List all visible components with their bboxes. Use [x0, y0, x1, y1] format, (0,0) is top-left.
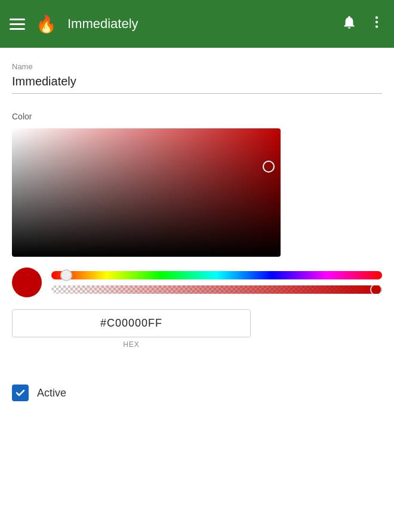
brand-logo-icon: 🔥 — [36, 14, 57, 34]
svg-point-1 — [375, 21, 378, 23]
sliders-row — [12, 267, 382, 297]
more-options-icon[interactable] — [369, 14, 384, 33]
name-value: Immediately — [12, 75, 382, 94]
notification-bell-icon[interactable] — [341, 14, 357, 33]
hex-sublabel: HEX — [12, 340, 251, 349]
alpha-slider-container — [51, 285, 382, 294]
name-field-container: Name Immediately — [12, 62, 382, 94]
name-label: Name — [12, 62, 382, 71]
color-picker-cursor — [263, 161, 275, 173]
hex-container: HEX — [12, 309, 251, 349]
sliders-column — [51, 271, 382, 294]
alpha-slider[interactable] — [51, 285, 382, 294]
svg-point-0 — [375, 16, 378, 19]
header-right — [341, 14, 384, 33]
app-title: Immediately — [67, 16, 138, 32]
app-header: 🔥 Immediately — [0, 0, 394, 48]
svg-point-2 — [375, 25, 378, 27]
hue-slider[interactable] — [51, 271, 382, 279]
color-picker-gradient[interactable] — [12, 128, 281, 257]
hex-input[interactable] — [12, 309, 251, 337]
active-row: Active — [12, 385, 382, 401]
color-label: Color — [12, 112, 382, 121]
active-label: Active — [37, 387, 66, 399]
color-preview-circle — [12, 267, 42, 297]
main-content: Name Immediately Color HEX — [0, 48, 394, 416]
menu-button[interactable] — [10, 19, 25, 30]
header-left: 🔥 Immediately — [10, 14, 138, 34]
active-checkbox[interactable] — [12, 385, 29, 401]
